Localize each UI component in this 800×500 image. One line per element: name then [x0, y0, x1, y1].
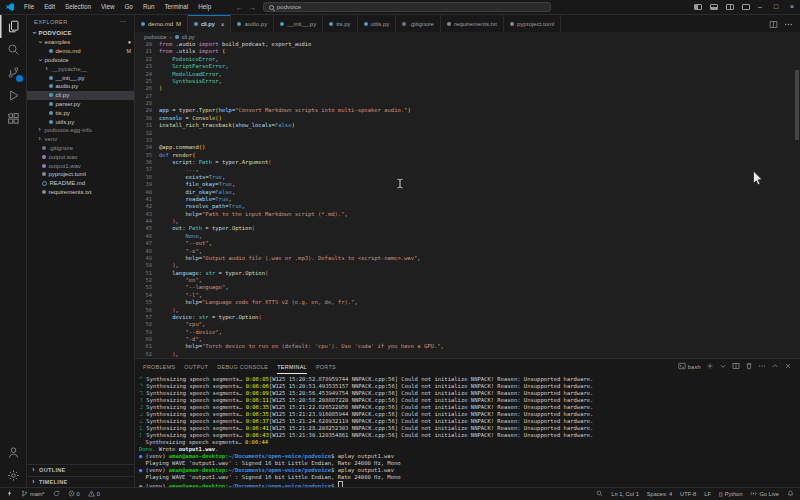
terminal-output[interactable]: ⠋ Synthesizing speech segments… 0:06:05[…	[135, 374, 800, 487]
braces-status[interactable]: {}Python	[719, 491, 743, 497]
panel-tab-debug-console[interactable]: DEBUG CONSOLE	[217, 359, 268, 374]
tree-item-podvoice[interactable]: ›podvoice	[27, 56, 134, 65]
command-center-search[interactable]: podvoice	[263, 2, 551, 12]
golive-status[interactable]: Go Live	[750, 490, 779, 498]
tree-item-requirements-txt[interactable]: requirements.txt	[27, 188, 134, 197]
branch-status[interactable]: main*	[21, 490, 45, 498]
tab-utils-py[interactable]: utils.py	[358, 15, 397, 32]
back-icon[interactable]: ←	[236, 4, 243, 11]
tree-item-label: parser.py	[56, 101, 81, 107]
tree-item-tts-py[interactable]: tts.py	[27, 108, 134, 117]
menu-view[interactable]: View	[96, 0, 120, 14]
tab-requirements-txt[interactable]: requirements.txt	[441, 15, 504, 32]
tab-tts-py[interactable]: tts.py	[323, 15, 357, 32]
tree-item-demo-md[interactable]: demo.mdM	[27, 47, 134, 56]
vscode-logo-icon[interactable]	[6, 3, 14, 11]
run-debug-icon[interactable]	[0, 84, 26, 107]
breadcrumb-folder[interactable]: podvoice	[144, 34, 167, 40]
terminal-line-9: Synthesizing speech segments… 0:06:44	[139, 439, 800, 446]
tab-demo-md[interactable]: demo.mdM	[135, 15, 188, 32]
terminal-line-8: ⠇ Synthesizing speech segments… 0:06:43[…	[139, 432, 800, 439]
terminal-line-12: Playing WAVE 'output1.wav' : Signed 16 b…	[139, 460, 800, 467]
minimize-button[interactable]: –	[752, 0, 768, 14]
status-ln-1-col-1[interactable]: Ln 1, Col 1	[611, 491, 639, 497]
warning-status[interactable]: 0	[88, 490, 100, 498]
section-timeline[interactable]: ›TIMELINE	[27, 476, 134, 488]
status-lf[interactable]: LF	[704, 491, 711, 497]
menu-help[interactable]: Help	[193, 0, 216, 14]
tree-item-output-wav[interactable]: output.wav	[27, 152, 134, 161]
accounts-icon[interactable]	[0, 441, 26, 464]
status-utf-8[interactable]: UTF-8	[680, 491, 696, 497]
menu-file[interactable]: File	[19, 0, 39, 14]
bell-status[interactable]	[787, 490, 794, 498]
code-line-62: 62 ),	[135, 351, 800, 358]
shell-selector[interactable]: bash	[678, 362, 701, 371]
restore-button[interactable]: □	[768, 0, 784, 14]
split-editor-icon[interactable]	[769, 15, 778, 33]
toggle-sidebar-icon[interactable]	[694, 4, 702, 10]
kill-terminal-icon[interactable]	[745, 362, 753, 371]
menu-go[interactable]: Go	[119, 0, 137, 14]
tree-item-cli-py[interactable]: cli.py	[27, 91, 134, 100]
menu-run[interactable]: Run	[138, 0, 160, 14]
tree-root-podvoice[interactable]: ›PODVOICE	[27, 28, 134, 38]
toggle-panel-icon[interactable]	[710, 4, 718, 10]
tab-pyproject-toml[interactable]: pyproject.toml	[504, 15, 561, 32]
more-actions-icon[interactable]	[758, 362, 766, 371]
editor-tab-bar: demo.mdMcli.py×audio.py__init__.pytts.py…	[135, 15, 800, 32]
new-terminal-icon[interactable]	[706, 362, 714, 371]
remote-status[interactable]	[6, 490, 13, 498]
menu-terminal[interactable]: Terminal	[159, 0, 193, 14]
tree-item-parser-py[interactable]: parser.py	[27, 100, 134, 109]
tree-item--init-py[interactable]: __init__.py	[27, 73, 134, 82]
close-panel-icon[interactable]	[784, 362, 792, 371]
toggle-secondary-sidebar-icon[interactable]	[726, 4, 734, 10]
tree-item--gitignore[interactable]: .gitignore	[27, 144, 134, 153]
source-control-icon[interactable]	[0, 61, 26, 84]
more-actions-icon[interactable]: ⋯	[120, 18, 127, 26]
tree-item-output1-wav[interactable]: output1.wav	[27, 161, 134, 170]
menu-selection[interactable]: Selection	[60, 0, 96, 14]
editor-scrollbar[interactable]	[795, 70, 799, 140]
tab--init-py[interactable]: __init__.py	[274, 15, 323, 32]
close-button[interactable]: ×	[784, 0, 800, 14]
tab-audio-py[interactable]: audio.py	[231, 15, 274, 32]
tree-item-utils-py[interactable]: utils.py	[27, 117, 134, 126]
breadcrumb[interactable]: podvoice › cli.py	[135, 32, 800, 41]
extensions-icon[interactable]	[0, 107, 26, 130]
tab-cli-py[interactable]: cli.py×	[188, 15, 231, 32]
code-editor[interactable]: 20from .audio import build_podcast, expo…	[135, 41, 800, 358]
zoom-status[interactable]	[596, 490, 603, 498]
breadcrumb-file[interactable]: cli.py	[182, 34, 195, 40]
tab--gitignore[interactable]: .gitignore	[396, 15, 441, 32]
forward-icon[interactable]: →	[249, 4, 256, 11]
sync-status[interactable]	[53, 490, 60, 498]
split-terminal-icon[interactable]	[732, 362, 740, 371]
more-actions-icon[interactable]	[784, 15, 793, 33]
error-status[interactable]: 0	[68, 490, 80, 498]
tree-item-pyproject-toml[interactable]: pyproject.toml	[27, 170, 134, 179]
panel-tab-output[interactable]: OUTPUT	[184, 359, 208, 374]
explorer-icon[interactable]	[0, 15, 26, 38]
panel-tab-problems[interactable]: PROBLEMS	[143, 359, 175, 374]
settings-icon[interactable]	[0, 464, 26, 487]
section-outline[interactable]: ›OUTLINE	[27, 464, 134, 476]
md-file-icon	[141, 22, 145, 26]
panel-tab-terminal[interactable]: TERMINAL	[277, 359, 307, 374]
search-icon[interactable]	[0, 38, 26, 61]
tree-item-podvoice-egg-info[interactable]: ›podvoice.egg-info	[27, 126, 134, 135]
launch-profile-chevron-icon[interactable]	[719, 362, 727, 371]
status-spaces-4[interactable]: Spaces: 4	[647, 491, 672, 497]
tree-item-venv[interactable]: ›venv	[27, 135, 134, 144]
code-line-36: 36 script: Path = typer.Argument(	[135, 159, 800, 166]
menu-edit[interactable]: Edit	[39, 0, 60, 14]
customize-layout-icon[interactable]	[742, 4, 750, 10]
maximize-panel-icon[interactable]	[771, 362, 779, 371]
tree-item-audio-py[interactable]: audio.py	[27, 82, 134, 91]
tree-item-examples[interactable]: ›examples●	[27, 38, 134, 47]
panel-tab-ports[interactable]: PORTS	[316, 359, 336, 374]
tree-item-readme-md[interactable]: README.md	[27, 179, 134, 188]
close-icon[interactable]: ×	[221, 21, 225, 28]
tree-item--pycache-[interactable]: ›__pycache__	[27, 64, 134, 73]
